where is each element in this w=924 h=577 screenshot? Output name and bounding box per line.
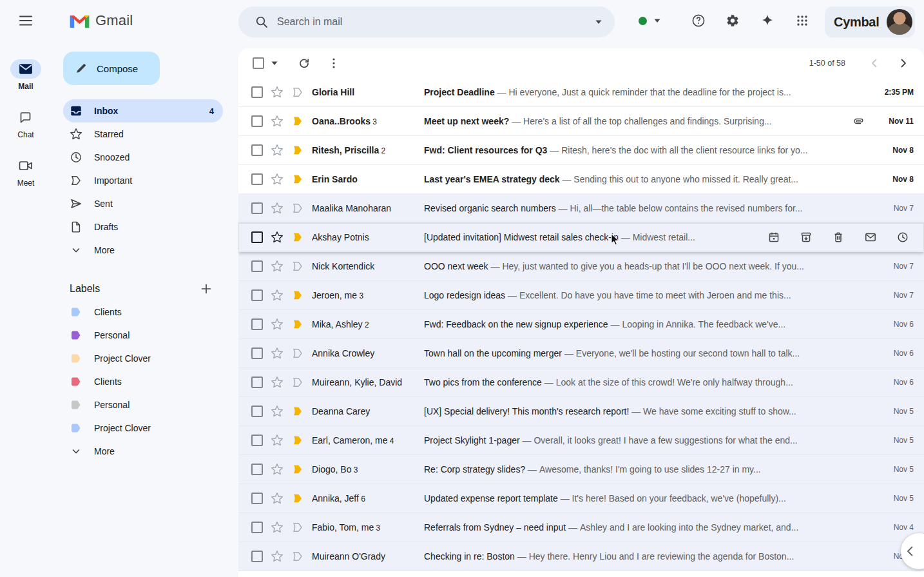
importance-marker-icon[interactable] (291, 434, 304, 447)
profile-avatar[interactable] (887, 9, 912, 35)
search-bar[interactable] (238, 6, 615, 37)
compose-button[interactable]: Compose (63, 52, 160, 85)
importance-marker-icon[interactable] (291, 144, 304, 157)
star-icon[interactable] (271, 347, 284, 360)
email-row[interactable]: Mika, Ashley 2 Fwd: Feedback on the new … (238, 310, 924, 339)
email-row[interactable]: Nick Kortendick OOO next week — Hey, jus… (238, 252, 924, 281)
star-icon[interactable] (271, 492, 284, 505)
star-icon[interactable] (271, 376, 284, 389)
rsvp-calendar-icon[interactable] (767, 230, 781, 244)
importance-marker-icon[interactable] (291, 463, 304, 476)
email-row[interactable]: Maalika Manoharan Revised organic search… (238, 194, 924, 223)
importance-marker-icon[interactable] (291, 231, 304, 244)
gemini-sparkle-icon[interactable] (755, 8, 780, 34)
importance-marker-icon[interactable] (291, 405, 304, 418)
row-checkbox[interactable] (251, 202, 263, 214)
older-page-icon[interactable] (892, 52, 915, 75)
sidebar-item-drafts[interactable]: Drafts (63, 215, 223, 239)
main-menu-icon[interactable] (10, 5, 41, 36)
email-row[interactable]: Erin Sardo Last year's EMEA strategy dec… (238, 165, 924, 194)
star-icon[interactable] (271, 144, 284, 157)
row-checkbox[interactable] (251, 493, 263, 504)
star-icon[interactable] (271, 260, 284, 273)
google-apps-grid-icon[interactable] (789, 8, 815, 34)
select-all-checkbox[interactable] (253, 57, 264, 69)
rail-item-chat[interactable]: Chat (10, 108, 41, 139)
select-caret-icon[interactable] (271, 61, 278, 66)
sidebar-label-item[interactable]: Clients (63, 300, 223, 324)
help-icon[interactable] (686, 8, 711, 34)
email-row[interactable]: Annika Crowley Town hall on the upcoming… (238, 339, 924, 368)
importance-marker-icon[interactable] (291, 521, 304, 534)
star-icon[interactable] (271, 115, 284, 128)
star-icon[interactable] (271, 289, 284, 302)
star-icon[interactable] (271, 231, 284, 244)
sidebar-item-important[interactable]: Important (63, 169, 223, 192)
sidebar-item-snoozed[interactable]: Snoozed (63, 146, 223, 169)
importance-marker-icon[interactable] (291, 376, 304, 389)
sidebar-label-item[interactable]: More (63, 440, 223, 463)
importance-marker-icon[interactable] (291, 347, 304, 360)
email-row[interactable]: Akshay Potnis [Updated invitation] Midwe… (238, 223, 924, 252)
star-icon[interactable] (271, 405, 284, 418)
refresh-icon[interactable] (294, 53, 314, 73)
importance-marker-icon[interactable] (291, 115, 304, 128)
sidebar-label-item[interactable]: Clients (63, 370, 223, 393)
sidebar-item-more[interactable]: More (63, 239, 223, 262)
sidebar-label-item[interactable]: Personal (63, 324, 223, 347)
row-checkbox[interactable] (251, 86, 263, 98)
star-icon[interactable] (271, 318, 284, 331)
sidebar-item-starred[interactable]: Starred (63, 122, 223, 146)
importance-marker-icon[interactable] (291, 318, 304, 331)
row-checkbox[interactable] (251, 377, 263, 388)
row-checkbox[interactable] (251, 231, 263, 243)
email-row[interactable]: Muireann, Kylie, David Two pics from the… (238, 368, 924, 397)
row-checkbox[interactable] (251, 522, 263, 533)
star-icon[interactable] (271, 463, 284, 476)
row-checkbox[interactable] (251, 260, 263, 272)
email-row[interactable]: Earl, Cameron, me 4 Project Skylight 1-p… (238, 426, 924, 455)
rail-item-meet[interactable]: Meet (10, 156, 41, 188)
row-checkbox[interactable] (251, 115, 263, 127)
importance-marker-icon[interactable] (291, 260, 304, 273)
star-icon[interactable] (271, 173, 284, 186)
row-checkbox[interactable] (251, 406, 263, 417)
sidebar-label-item[interactable]: Project Clover (63, 347, 223, 370)
snooze-clock-icon[interactable] (896, 230, 910, 244)
email-row[interactable]: Oana..Brooks 3 Meet up next week? — Here… (238, 107, 924, 136)
archive-icon[interactable] (799, 230, 813, 244)
star-icon[interactable] (271, 521, 284, 534)
labels-add-button[interactable] (197, 280, 215, 298)
email-row[interactable]: Deanna Carey [UX] Special delivery! This… (238, 397, 924, 426)
row-checkbox[interactable] (251, 551, 263, 562)
star-icon[interactable] (271, 434, 284, 447)
star-icon[interactable] (271, 202, 284, 215)
sidebar-item-inbox[interactable]: Inbox 4 (63, 99, 223, 122)
importance-marker-icon[interactable] (291, 550, 304, 563)
row-checkbox[interactable] (251, 435, 263, 446)
newer-page-icon[interactable] (862, 52, 885, 75)
search-options-caret-icon[interactable] (594, 19, 603, 25)
email-row[interactable]: Diogo, Bo 3 Re: Corp strategy slides? — … (238, 455, 924, 484)
email-row[interactable]: Annika, Jeff 6 Updated expense report te… (238, 484, 924, 513)
rail-item-mail[interactable]: Mail (10, 59, 41, 91)
email-row[interactable]: Jeroen, me 3 Logo redesign ideas — Excel… (238, 281, 924, 310)
row-checkbox[interactable] (251, 289, 263, 301)
delete-trash-icon[interactable] (831, 230, 845, 244)
importance-marker-icon[interactable] (291, 202, 304, 215)
email-row[interactable]: Muireann O'Grady Checking in re: Boston … (238, 542, 924, 571)
row-checkbox[interactable] (251, 173, 263, 185)
importance-marker-icon[interactable] (291, 173, 304, 186)
email-row[interactable]: Ritesh, Priscilla 2 Fwd: Client resource… (238, 136, 924, 165)
search-input[interactable] (276, 15, 594, 28)
sidebar-label-item[interactable]: Personal (63, 393, 223, 416)
row-checkbox[interactable] (251, 464, 263, 475)
importance-marker-icon[interactable] (291, 492, 304, 505)
email-row[interactable]: Fabio, Tom, me 3 Referrals from Sydney –… (238, 513, 924, 542)
star-icon[interactable] (271, 86, 284, 99)
importance-marker-icon[interactable] (291, 289, 304, 302)
row-checkbox[interactable] (251, 144, 263, 156)
sidebar-item-sent[interactable]: Sent (63, 192, 223, 215)
search-icon[interactable] (247, 8, 276, 36)
more-options-icon[interactable] (323, 53, 344, 73)
